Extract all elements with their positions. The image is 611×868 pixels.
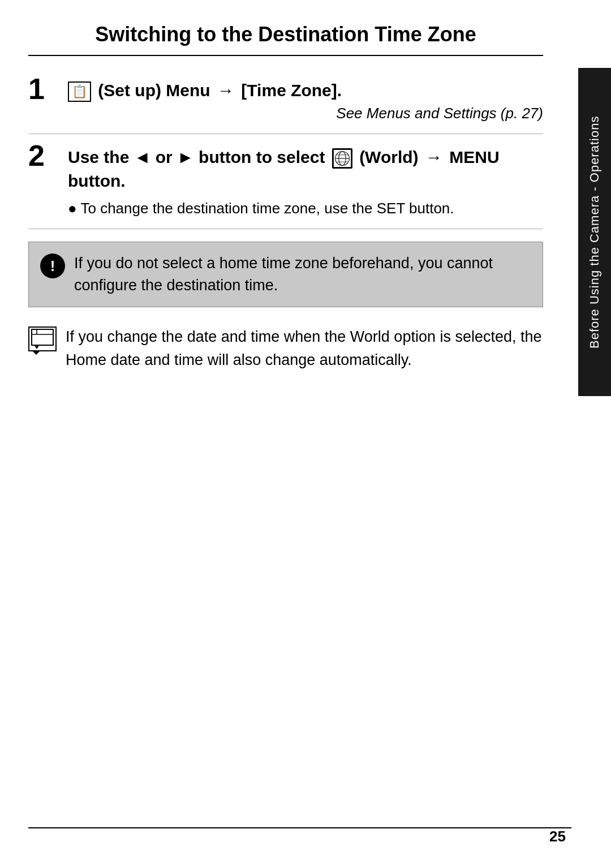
step2-container: 2 Use the ◄ or ► button to select [28,134,543,229]
info-text: If you change the date and time when the… [66,325,543,371]
page-title: Switching to the Destination Time Zone [28,23,543,56]
step1-italic-ref: Menus and Settings [367,105,497,122]
step1-container: 1 📋 (Set up) Menu → [Time Zone]. See Men… [28,67,543,134]
info-box: If you change the date and time when the… [28,320,543,377]
step1-arrow: → [217,81,234,100]
bottom-divider [28,827,571,828]
side-tab-text: Before Using the Camera - Operations [587,115,602,348]
caution-text: If you do not select a home time zone be… [74,252,531,297]
step1-main-text: 📋 (Set up) Menu → [Time Zone]. [68,79,543,102]
step2-text-use: Use the ◄ [68,148,156,166]
step2-menu-label: MENU [449,148,499,166]
step2-content: Use the ◄ or ► button to select [68,145,543,217]
page-container: Switching to the Destination Time Zone 1… [0,0,611,868]
world-icon [332,148,352,169]
step2-world-label: (World) [359,148,423,166]
step1-timezone-text: [Time Zone]. [241,81,342,100]
caution-icon: ! [40,253,65,278]
step2-arrow: → [425,148,442,166]
page-number: 25 [549,828,566,845]
info-note-icon [28,326,57,351]
step2-main-text: Use the ◄ or ► button to select [68,145,543,169]
step2-text-button: ► button to select [177,148,330,166]
step2-note: To change the destination time zone, use… [68,200,543,217]
step1-number: 1 [28,74,57,104]
step1-setup-text: (Set up) Menu [98,81,215,100]
caution-box: ! If you do not select a home time zone … [28,242,543,307]
svg-rect-6 [32,329,53,345]
step1-sub-text: See Menus and Settings (p. 27) [68,105,543,122]
step1-content: 📋 (Set up) Menu → [Time Zone]. See Menus… [68,79,543,122]
svg-marker-9 [34,345,40,349]
content-area: Switching to the Destination Time Zone 1… [28,23,583,377]
side-tab: Before Using the Camera - Operations [578,68,611,396]
step2-or: or [156,148,173,166]
step2-button-text: button. [68,169,543,193]
step2-number: 2 [28,141,57,170]
func-menu-icon: 📋 [68,81,91,102]
